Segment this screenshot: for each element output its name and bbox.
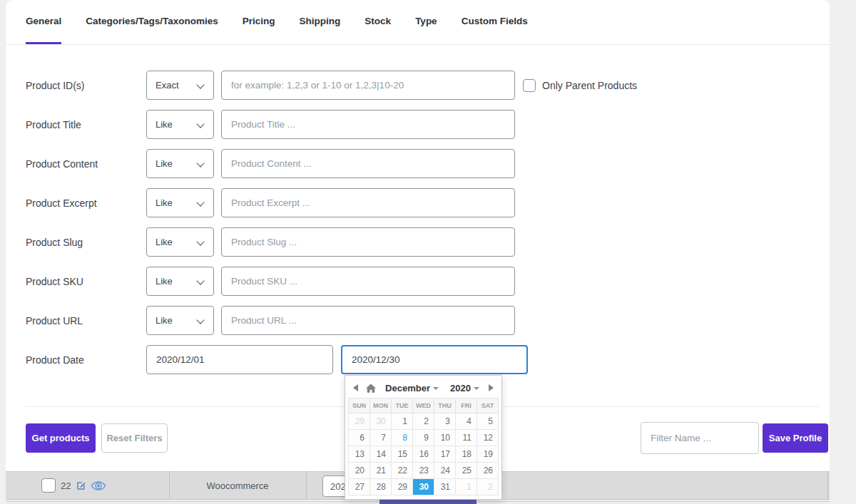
tab-type[interactable]: Type [415, 0, 437, 44]
calendar-day[interactable]: 1 [392, 413, 413, 430]
calendar-day-selected[interactable]: 30 [413, 479, 434, 495]
filter-row: Product URLLike [26, 306, 830, 335]
operator-select[interactable]: Like [146, 227, 214, 257]
tab-shipping[interactable]: Shipping [300, 0, 341, 44]
operator-select[interactable]: Like [146, 306, 214, 335]
calendar-week-row: 20212223242526 [349, 463, 499, 479]
checkbox-label: Only Parent Products [542, 80, 637, 91]
tab-bar: GeneralCategories/Tags/TaxonomiesPricing… [6, 0, 830, 45]
calendar-day[interactable]: 27 [349, 479, 370, 495]
calendar-day[interactable]: 31 [434, 479, 456, 495]
calendar-day[interactable]: 23 [413, 463, 434, 479]
reset-filters-button[interactable]: Reset Filters [101, 423, 168, 453]
filter-row: Product ExcerptLike [26, 188, 830, 217]
filter-text-input[interactable] [221, 71, 515, 100]
calendar-day[interactable]: 18 [456, 446, 477, 463]
calendar-day-muted[interactable]: 1 [456, 479, 477, 495]
operator-select[interactable]: Like [146, 188, 214, 217]
calendar-day[interactable]: 12 [477, 430, 499, 446]
weekday-label: FRI [456, 398, 477, 413]
filter-text-input[interactable] [221, 188, 515, 217]
tab-custom-fields[interactable]: Custom Fields [462, 0, 528, 44]
calendar-day[interactable]: 17 [434, 446, 456, 463]
month-select[interactable]: December [385, 383, 430, 394]
calendar-day[interactable]: 21 [370, 463, 392, 479]
next-month-icon[interactable] [489, 384, 494, 391]
calendar-day[interactable]: 24 [434, 463, 456, 479]
calendar-day-muted[interactable]: 2 [477, 479, 499, 495]
filter-row: Product ContentLike [26, 149, 830, 178]
field-label: Product URL [26, 315, 146, 326]
calendar-day[interactable]: 25 [456, 463, 477, 479]
tab-pricing[interactable]: Pricing [243, 0, 275, 44]
calendar-day[interactable]: 2 [413, 413, 434, 430]
calendar-day[interactable]: 6 [349, 430, 370, 446]
weekday-label: MON [370, 398, 392, 413]
calendar-day[interactable]: 20 [349, 463, 370, 479]
save-profile-button[interactable]: Save Profile [763, 423, 828, 453]
calendar-week-row: 293012345 [349, 413, 499, 430]
only-parent-products-checkbox[interactable] [523, 79, 536, 92]
chevron-down-icon [196, 81, 204, 88]
calendar-day[interactable]: 3 [434, 413, 456, 430]
filter-name-input[interactable] [641, 422, 759, 454]
calendar-day[interactable]: 22 [392, 463, 413, 479]
calendar-day[interactable]: 26 [477, 463, 499, 479]
chevron-down-icon [196, 198, 204, 206]
calendar-day-muted[interactable]: 29 [349, 413, 370, 430]
operator-select[interactable]: Like [146, 149, 214, 178]
calendar-day[interactable]: 19 [477, 446, 499, 463]
operator-value: Like [156, 158, 173, 169]
tab-categories-tags-taxonomies[interactable]: Categories/Tags/Taxonomies [86, 0, 218, 44]
calendar-day[interactable]: 4 [456, 413, 477, 430]
filter-text-input[interactable] [221, 267, 515, 296]
weekday-label: TUE [392, 398, 413, 413]
calendar-day[interactable]: 10 [434, 430, 456, 446]
tab-general[interactable]: General [26, 0, 61, 44]
chevron-down-icon [196, 159, 204, 167]
filter-text-input[interactable] [221, 149, 515, 178]
calendar-day[interactable]: 5 [477, 413, 499, 430]
month-caret-icon[interactable] [433, 387, 439, 390]
operator-select[interactable]: Like [146, 267, 214, 296]
calendar-day[interactable]: 7 [370, 430, 392, 446]
year-caret-icon[interactable] [474, 387, 479, 390]
filter-text-input[interactable] [221, 306, 515, 335]
calendar-day[interactable]: 28 [370, 479, 392, 495]
calendar-day-muted[interactable]: 30 [370, 413, 392, 430]
calendar-day[interactable]: 15 [392, 446, 413, 463]
calendar-week-row: 6789101112 [349, 430, 499, 446]
calendar-day[interactable]: 9 [413, 430, 434, 446]
operator-value: Like [156, 315, 173, 326]
calendar-day[interactable]: 14 [370, 446, 392, 463]
row-checkbox[interactable] [41, 478, 56, 493]
date-to-input[interactable] [341, 345, 528, 374]
view-eye-icon[interactable] [91, 481, 106, 490]
chevron-down-icon [196, 316, 204, 324]
operator-value: Like [156, 197, 173, 208]
filter-text-input[interactable] [221, 227, 515, 257]
row-id: 22 [61, 480, 71, 491]
calendar-grid: SUNMONTUEWEDTHUFRISAT 293012345678910111… [348, 398, 499, 495]
calendar-day[interactable]: 11 [456, 430, 477, 446]
operator-select[interactable]: Like [146, 110, 214, 139]
calendar-day[interactable]: 16 [413, 446, 434, 463]
date-from-input[interactable] [146, 345, 333, 374]
calendar-day[interactable]: 13 [349, 446, 370, 463]
year-select[interactable]: 2020 [450, 383, 471, 394]
weekday-label: THU [434, 398, 456, 413]
calendar-day-today[interactable]: 8 [392, 430, 413, 446]
home-icon[interactable] [366, 384, 376, 393]
filter-text-input[interactable] [221, 110, 515, 139]
product-date-row: Product Date [26, 345, 830, 374]
datepicker-nav: December 2020 [348, 378, 499, 398]
field-label: Product Excerpt [26, 197, 146, 209]
operator-select[interactable]: Exact [146, 71, 214, 100]
calendar-week-row: 13141516171819 [349, 446, 499, 463]
tab-stock[interactable]: Stock [365, 0, 391, 44]
chevron-down-icon [196, 120, 204, 128]
edit-icon[interactable] [76, 480, 86, 491]
prev-month-icon[interactable] [353, 384, 358, 391]
get-products-button[interactable]: Get products [26, 423, 96, 453]
calendar-day[interactable]: 29 [392, 479, 413, 495]
